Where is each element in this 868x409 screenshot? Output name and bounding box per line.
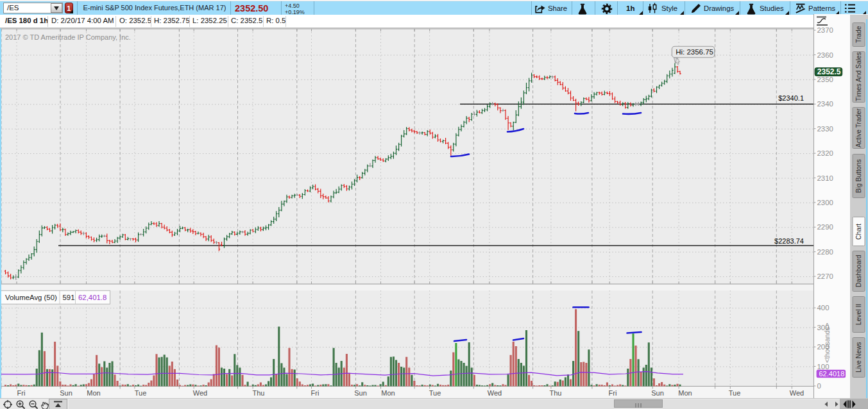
svg-text:2320: 2320 (817, 149, 833, 157)
svg-text:Fri: Fri (311, 388, 319, 396)
svg-text:Fri: Fri (609, 388, 617, 396)
svg-text:Wed: Wed (790, 388, 804, 396)
svg-text:0: 0 (817, 382, 821, 390)
svg-text:Sun: Sun (651, 388, 664, 396)
svg-text:Wed: Wed (488, 388, 502, 396)
svg-text:400: 400 (817, 304, 830, 312)
svg-text:Thu: Thu (253, 388, 265, 396)
svg-text:591: 591 (63, 294, 75, 301)
svg-text:Wed: Wed (193, 388, 207, 396)
svg-text:$2340.1: $2340.1 (778, 94, 804, 102)
svg-text:Tue: Tue (729, 388, 741, 396)
svg-text:62,401.8: 62,401.8 (78, 294, 106, 301)
svg-text:Tue: Tue (429, 388, 441, 396)
svg-text:2280: 2280 (817, 248, 833, 256)
svg-text:2310: 2310 (817, 174, 833, 182)
svg-text:2360: 2360 (817, 51, 833, 59)
svg-text:<thousands>: <thousands> (823, 323, 831, 363)
svg-text:2017 © TD Ameritrade IP Compan: 2017 © TD Ameritrade IP Company, Inc. (5, 33, 131, 40)
svg-text:2270: 2270 (817, 272, 833, 280)
svg-text:Hi: 2356.75: Hi: 2356.75 (676, 48, 713, 56)
svg-text:2300: 2300 (817, 199, 833, 206)
svg-text:2290: 2290 (817, 223, 833, 231)
svg-text:2350: 2350 (817, 76, 833, 83)
svg-text:2330: 2330 (817, 125, 833, 133)
svg-text:Thu: Thu (550, 388, 562, 396)
svg-text:100: 100 (817, 363, 830, 371)
svg-text:Mon: Mon (87, 388, 100, 396)
svg-text:Sun: Sun (354, 388, 367, 396)
svg-text:$2283.74: $2283.74 (774, 237, 804, 245)
svg-text:2370: 2370 (817, 26, 833, 34)
svg-text:2340: 2340 (817, 100, 833, 108)
svg-text:2352.5: 2352.5 (817, 67, 841, 76)
svg-text:62.4018: 62.4018 (819, 370, 845, 378)
svg-text:Sun: Sun (60, 388, 72, 396)
svg-text:VolumeAvg (50): VolumeAvg (50) (5, 294, 57, 301)
svg-text:Mon: Mon (381, 388, 395, 396)
svg-text:Mon: Mon (678, 388, 692, 396)
svg-text:Fri: Fri (17, 388, 26, 396)
svg-text:Tue: Tue (135, 388, 147, 396)
